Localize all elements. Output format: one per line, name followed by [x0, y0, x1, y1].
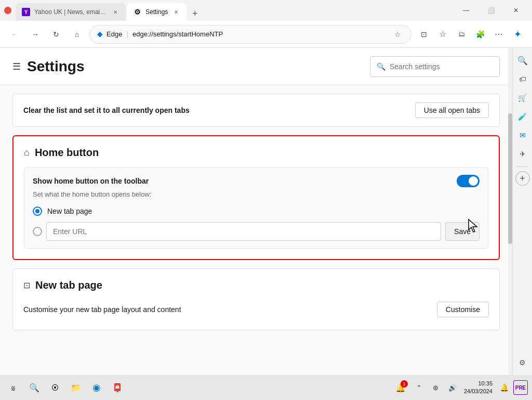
taskbar-notification-icon[interactable]: 🔔 1	[391, 378, 410, 397]
customise-text: Customise your new tab page layout and c…	[23, 305, 181, 314]
panel-icon-send[interactable]: ✈	[514, 146, 531, 162]
address-bar[interactable]: ◆ Edge | edge://settings/startHomeNTP ☆	[89, 25, 411, 44]
taskbar-volume-icon[interactable]: 🔊	[445, 380, 460, 395]
window-dot	[4, 7, 11, 14]
customise-button[interactable]: Customise	[437, 302, 489, 317]
file-explorer-icon: 📁	[71, 383, 81, 393]
taskview-icon: ⦿	[51, 383, 59, 392]
taskbar-pre-badge[interactable]: PRE	[513, 380, 528, 395]
navbar: ← → ↻ ⌂ ◆ Edge | edge://settings/startHo…	[0, 21, 532, 48]
hamburger-icon[interactable]: ☰	[12, 61, 21, 72]
edge-label: Edge	[107, 30, 122, 38]
section-header-home: ⌂ Home button	[24, 147, 488, 159]
forward-button[interactable]: →	[27, 26, 44, 43]
url-row: Save	[33, 222, 480, 241]
new-tab-page-section: ⊡ New tab page Customise your new tab pa…	[12, 268, 500, 330]
taskbar-taskview-button[interactable]: ⦿	[46, 378, 64, 397]
titlebar: Y Yahoo UK | News, email and sear... ✕ ⚙…	[0, 0, 532, 21]
show-home-button-label: Show home button on the toolbar	[33, 177, 149, 185]
tab-yahoo-favicon: Y	[22, 8, 30, 16]
right-panel: 🔍 🏷 🛒 🧪 ✉ ✈ + ⚙	[512, 48, 532, 375]
show-home-button-toggle[interactable]	[457, 175, 480, 187]
taskbar-time[interactable]: 10:35 24/03/2024	[462, 380, 495, 396]
collections-icon[interactable]: 🗂	[453, 26, 470, 43]
main-layout: ☰ Settings 🔍 Clear the list and set it t…	[0, 48, 532, 375]
taskbar-search-icon: 🔍	[29, 383, 39, 393]
panel-icon-tag[interactable]: 🏷	[514, 71, 531, 87]
taskbar-store-button[interactable]: 📮	[108, 378, 127, 397]
settings-title-area: ☰ Settings	[12, 58, 84, 75]
taskbar-file-explorer-button[interactable]: 📁	[66, 378, 85, 397]
favorites-icon[interactable]: ☆	[434, 26, 451, 43]
taskbar-edge-button[interactable]: ◉	[87, 378, 106, 397]
back-button[interactable]: ←	[6, 26, 23, 43]
scroll-track[interactable]	[508, 48, 512, 375]
tab-yahoo-label: Yahoo UK | News, email and sear...	[34, 8, 107, 16]
panel-icon-outlook[interactable]: ✉	[514, 127, 531, 144]
taskbar-search-button[interactable]: 🔍	[25, 378, 44, 397]
panel-divider	[516, 166, 529, 167]
edge-icon: ◆	[97, 30, 102, 38]
taskbar-clock: 10:35	[478, 380, 493, 388]
customise-row: Customise your new tab page layout and c…	[23, 300, 489, 319]
taskbar-edge-icon: ◉	[92, 382, 101, 393]
close-button[interactable]: ✕	[504, 2, 528, 19]
taskbar: ⩬ 🔍 ⦿ 📁 ◉ 📮 🔔 1 ⌃ ⊛ 🔊 10:35 24/03/2024 🔔…	[0, 375, 532, 400]
taskbar-wifi-icon[interactable]: ⊛	[429, 380, 443, 395]
use-all-open-tabs-button[interactable]: Use all open tabs	[415, 102, 489, 118]
tab-settings[interactable]: ⚙ Settings ✕	[127, 3, 187, 21]
tab-yahoo[interactable]: Y Yahoo UK | News, email and sear... ✕	[16, 3, 126, 21]
tab-settings-close[interactable]: ✕	[172, 8, 180, 16]
search-bar[interactable]: 🔍	[370, 56, 500, 77]
panel-icon-search[interactable]: 🔍	[514, 52, 531, 69]
taskbar-bell-icon[interactable]: 🔔	[497, 380, 511, 395]
new-tab-page-radio[interactable]: New tab page	[33, 207, 480, 216]
new-tab-button[interactable]: +	[188, 6, 202, 21]
tab-yahoo-close[interactable]: ✕	[111, 8, 119, 16]
extensions-icon[interactable]: 🧩	[472, 26, 488, 43]
panel-icon-shop[interactable]: 🛒	[514, 89, 531, 106]
home-button-nav[interactable]: ⌂	[69, 26, 85, 43]
panel-settings-icon[interactable]: ⚙	[514, 354, 531, 371]
window-controls-right: — ⬜ ✕	[454, 2, 528, 19]
save-url-button[interactable]: Save	[445, 222, 480, 241]
taskbar-start-button[interactable]: ⩬	[4, 378, 23, 397]
search-input[interactable]	[390, 62, 493, 71]
tab-settings-favicon: ⚙	[133, 8, 141, 16]
url-radio-circle[interactable]	[33, 227, 42, 236]
scroll-thumb[interactable]	[508, 113, 512, 244]
panel-add-button[interactable]: +	[515, 171, 530, 186]
windows-logo-icon: ⩬	[11, 382, 16, 393]
settings-header: ☰ Settings 🔍	[0, 48, 512, 85]
show-home-button-top: Show home button on the toolbar	[33, 175, 480, 187]
taskbar-chevron-icon[interactable]: ⌃	[412, 380, 427, 395]
home-button-section: ⌂ Home button Show home button on the to…	[12, 135, 500, 260]
new-tab-page-radio-circle[interactable]	[33, 207, 42, 216]
new-tab-page-radio-label: New tab page	[47, 207, 92, 215]
taskbar-store-icon: 📮	[112, 383, 123, 393]
maximize-button[interactable]: ⬜	[479, 2, 503, 19]
address-icons: ☆	[391, 28, 404, 41]
taskbar-right: 🔔 1 ⌃ ⊛ 🔊 10:35 24/03/2024 🔔 PRE	[391, 378, 528, 397]
home-section-icon: ⌂	[24, 147, 30, 158]
show-home-button-row: Show home button on the toolbar Set what…	[24, 167, 488, 249]
panel-icon-extensions[interactable]: 🧪	[514, 108, 531, 125]
tab-area: Y Yahoo UK | News, email and sear... ✕ ⚙…	[16, 0, 452, 21]
address-separator: |	[126, 30, 128, 38]
new-tab-section-title: New tab page	[35, 279, 102, 291]
copilot-icon[interactable]: ✦	[509, 26, 526, 43]
page-title: Settings	[27, 58, 84, 75]
section-header-newtab: ⊡ New tab page	[23, 279, 489, 291]
window-controls-left	[4, 7, 11, 14]
more-tools-icon[interactable]: ⋯	[490, 26, 507, 43]
taskbar-date: 24/03/2024	[464, 388, 493, 395]
split-screen-icon[interactable]: ⊡	[416, 26, 432, 43]
show-home-button-sub: Set what the home button opens below:	[33, 190, 480, 198]
notification-badge: 1	[401, 380, 408, 388]
url-input[interactable]	[46, 222, 441, 241]
refresh-button[interactable]: ↻	[48, 26, 64, 43]
bookmark-icon[interactable]: ☆	[391, 28, 404, 41]
new-tab-section-icon: ⊡	[23, 280, 30, 290]
clear-list-text: Clear the list and set it to all current…	[23, 106, 190, 114]
minimize-button[interactable]: —	[454, 2, 478, 19]
